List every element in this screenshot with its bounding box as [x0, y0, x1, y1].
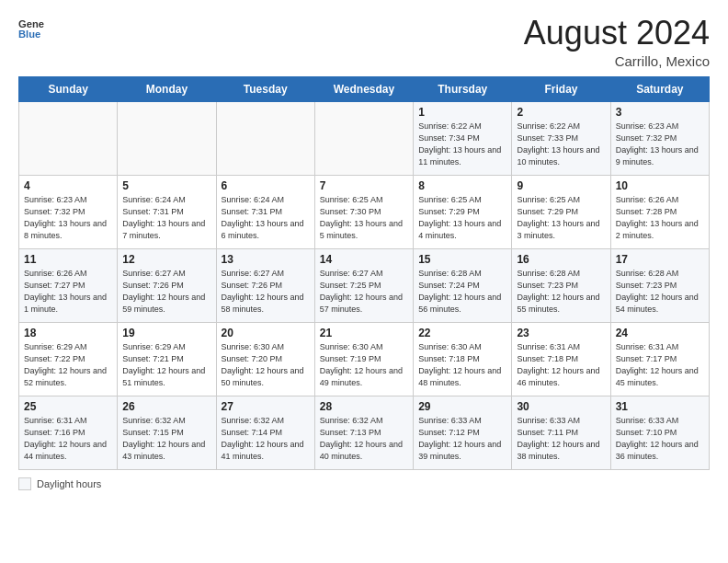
calendar-week-row: 11Sunrise: 6:26 AM Sunset: 7:27 PM Dayli… [19, 248, 710, 322]
cell-content: Sunrise: 6:25 AM Sunset: 7:29 PM Dayligh… [418, 194, 506, 242]
calendar-cell: 17Sunrise: 6:28 AM Sunset: 7:23 PM Dayli… [610, 248, 709, 322]
cell-content: Sunrise: 6:33 AM Sunset: 7:12 PM Dayligh… [418, 415, 506, 463]
day-number: 13 [222, 253, 310, 266]
day-number: 2 [517, 106, 605, 119]
cell-content: Sunrise: 6:24 AM Sunset: 7:31 PM Dayligh… [222, 194, 310, 242]
day-number: 7 [320, 179, 408, 192]
day-number: 21 [320, 327, 408, 339]
calendar-cell: 25Sunrise: 6:31 AM Sunset: 7:16 PM Dayli… [19, 396, 118, 469]
cell-content: Sunrise: 6:25 AM Sunset: 7:30 PM Dayligh… [320, 194, 408, 242]
day-of-week-header: Monday [118, 76, 216, 101]
calendar-cell: 12Sunrise: 6:27 AM Sunset: 7:26 PM Dayli… [118, 248, 216, 322]
title-section: August 2024 Carrillo, Mexico [524, 15, 710, 69]
calendar-cell: 23Sunrise: 6:31 AM Sunset: 7:18 PM Dayli… [512, 322, 610, 396]
location-subtitle: Carrillo, Mexico [524, 53, 710, 69]
calendar-cell: 13Sunrise: 6:27 AM Sunset: 7:26 PM Dayli… [216, 248, 314, 322]
cell-content: Sunrise: 6:26 AM Sunset: 7:28 PM Dayligh… [616, 194, 704, 242]
cell-content: Sunrise: 6:28 AM Sunset: 7:23 PM Dayligh… [517, 268, 605, 316]
legend-section: Daylight hours [18, 477, 710, 490]
calendar-cell: 3Sunrise: 6:23 AM Sunset: 7:32 PM Daylig… [610, 101, 709, 175]
day-number: 18 [24, 327, 112, 339]
day-number: 6 [222, 179, 310, 192]
svg-text:Blue: Blue [18, 29, 40, 40]
day-of-week-header: Wednesday [314, 76, 413, 101]
day-number: 22 [418, 327, 506, 339]
calendar-cell [216, 101, 314, 175]
calendar-cell [314, 101, 413, 175]
cell-content: Sunrise: 6:28 AM Sunset: 7:23 PM Dayligh… [616, 268, 704, 316]
calendar-week-row: 25Sunrise: 6:31 AM Sunset: 7:16 PM Dayli… [19, 396, 710, 469]
cell-content: Sunrise: 6:30 AM Sunset: 7:19 PM Dayligh… [320, 341, 408, 389]
calendar-cell: 21Sunrise: 6:30 AM Sunset: 7:19 PM Dayli… [314, 322, 413, 396]
cell-content: Sunrise: 6:31 AM Sunset: 7:18 PM Dayligh… [517, 341, 605, 389]
cell-content: Sunrise: 6:31 AM Sunset: 7:17 PM Dayligh… [616, 341, 704, 389]
cell-content: Sunrise: 6:32 AM Sunset: 7:15 PM Dayligh… [122, 415, 210, 463]
day-number: 23 [517, 327, 605, 339]
calendar-week-row: 4Sunrise: 6:23 AM Sunset: 7:32 PM Daylig… [19, 175, 710, 248]
day-number: 15 [418, 253, 506, 266]
calendar-week-row: 18Sunrise: 6:29 AM Sunset: 7:22 PM Dayli… [19, 322, 710, 396]
cell-content: Sunrise: 6:33 AM Sunset: 7:11 PM Dayligh… [517, 415, 605, 463]
calendar-cell: 24Sunrise: 6:31 AM Sunset: 7:17 PM Dayli… [610, 322, 709, 396]
day-number: 1 [418, 106, 506, 119]
calendar-cell [19, 101, 118, 175]
calendar-cell: 9Sunrise: 6:25 AM Sunset: 7:29 PM Daylig… [512, 175, 610, 248]
calendar-cell: 22Sunrise: 6:30 AM Sunset: 7:18 PM Dayli… [414, 322, 512, 396]
day-number: 24 [616, 327, 704, 339]
calendar-cell: 1Sunrise: 6:22 AM Sunset: 7:34 PM Daylig… [414, 101, 512, 175]
day-of-week-header: Tuesday [216, 76, 314, 101]
day-number: 8 [418, 179, 506, 192]
calendar-header-row: SundayMondayTuesdayWednesdayThursdayFrid… [19, 76, 710, 101]
day-of-week-header: Sunday [19, 76, 118, 101]
day-number: 10 [616, 179, 704, 192]
calendar-cell: 15Sunrise: 6:28 AM Sunset: 7:24 PM Dayli… [414, 248, 512, 322]
cell-content: Sunrise: 6:24 AM Sunset: 7:31 PM Dayligh… [122, 194, 210, 242]
calendar-cell: 16Sunrise: 6:28 AM Sunset: 7:23 PM Dayli… [512, 248, 610, 322]
calendar-cell: 11Sunrise: 6:26 AM Sunset: 7:27 PM Dayli… [19, 248, 118, 322]
calendar-week-row: 1Sunrise: 6:22 AM Sunset: 7:34 PM Daylig… [19, 101, 710, 175]
day-number: 12 [122, 253, 210, 266]
calendar-cell: 19Sunrise: 6:29 AM Sunset: 7:21 PM Dayli… [118, 322, 216, 396]
day-number: 27 [222, 400, 310, 413]
cell-content: Sunrise: 6:27 AM Sunset: 7:26 PM Dayligh… [222, 268, 310, 316]
cell-content: Sunrise: 6:32 AM Sunset: 7:14 PM Dayligh… [222, 415, 310, 463]
calendar-cell: 10Sunrise: 6:26 AM Sunset: 7:28 PM Dayli… [610, 175, 709, 248]
calendar-table: SundayMondayTuesdayWednesdayThursdayFrid… [18, 76, 710, 470]
calendar-cell: 29Sunrise: 6:33 AM Sunset: 7:12 PM Dayli… [414, 396, 512, 469]
day-number: 16 [517, 253, 605, 266]
day-number: 14 [320, 253, 408, 266]
day-number: 4 [24, 179, 112, 192]
logo: General Blue [18, 15, 44, 40]
calendar-cell: 20Sunrise: 6:30 AM Sunset: 7:20 PM Dayli… [216, 322, 314, 396]
svg-text:General: General [18, 18, 44, 29]
cell-content: Sunrise: 6:31 AM Sunset: 7:16 PM Dayligh… [24, 415, 112, 463]
calendar-cell: 7Sunrise: 6:25 AM Sunset: 7:30 PM Daylig… [314, 175, 413, 248]
calendar-cell: 28Sunrise: 6:32 AM Sunset: 7:13 PM Dayli… [314, 396, 413, 469]
calendar-cell: 2Sunrise: 6:22 AM Sunset: 7:33 PM Daylig… [512, 101, 610, 175]
cell-content: Sunrise: 6:28 AM Sunset: 7:24 PM Dayligh… [418, 268, 506, 316]
day-number: 20 [222, 327, 310, 339]
cell-content: Sunrise: 6:26 AM Sunset: 7:27 PM Dayligh… [24, 268, 112, 316]
cell-content: Sunrise: 6:22 AM Sunset: 7:33 PM Dayligh… [517, 121, 605, 168]
page-header: General Blue August 2024 Carrillo, Mexic… [18, 15, 710, 69]
day-of-week-header: Saturday [610, 76, 709, 101]
day-number: 31 [616, 400, 704, 413]
day-number: 28 [320, 400, 408, 413]
day-number: 30 [517, 400, 605, 413]
cell-content: Sunrise: 6:32 AM Sunset: 7:13 PM Dayligh… [320, 415, 408, 463]
day-of-week-header: Friday [512, 76, 610, 101]
legend-label: Daylight hours [37, 478, 101, 489]
cell-content: Sunrise: 6:33 AM Sunset: 7:10 PM Dayligh… [616, 415, 704, 463]
calendar-cell: 30Sunrise: 6:33 AM Sunset: 7:11 PM Dayli… [512, 396, 610, 469]
calendar-cell: 4Sunrise: 6:23 AM Sunset: 7:32 PM Daylig… [19, 175, 118, 248]
cell-content: Sunrise: 6:30 AM Sunset: 7:18 PM Dayligh… [418, 341, 506, 389]
cell-content: Sunrise: 6:23 AM Sunset: 7:32 PM Dayligh… [24, 194, 112, 242]
cell-content: Sunrise: 6:27 AM Sunset: 7:26 PM Dayligh… [122, 268, 210, 316]
cell-content: Sunrise: 6:30 AM Sunset: 7:20 PM Dayligh… [222, 341, 310, 389]
day-number: 9 [517, 179, 605, 192]
cell-content: Sunrise: 6:27 AM Sunset: 7:25 PM Dayligh… [320, 268, 408, 316]
calendar-cell: 8Sunrise: 6:25 AM Sunset: 7:29 PM Daylig… [414, 175, 512, 248]
day-of-week-header: Thursday [414, 76, 512, 101]
calendar-cell: 27Sunrise: 6:32 AM Sunset: 7:14 PM Dayli… [216, 396, 314, 469]
day-number: 17 [616, 253, 704, 266]
